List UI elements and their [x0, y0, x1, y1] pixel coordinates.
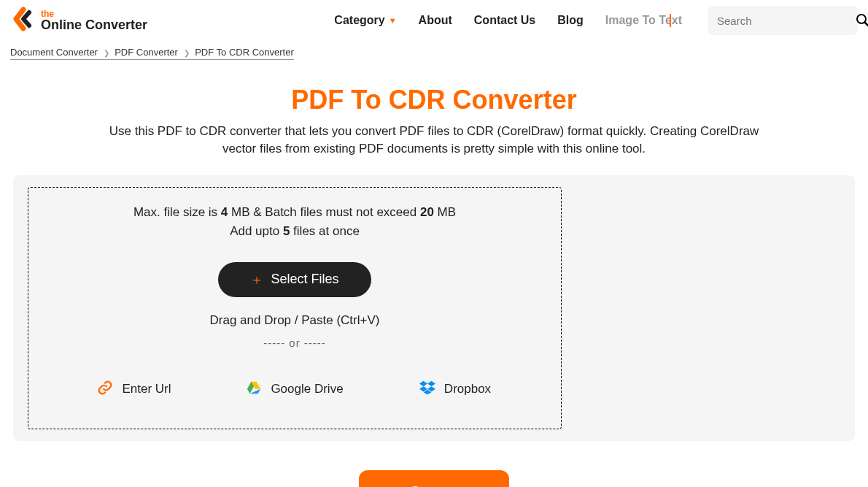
main: PDF To CDR Converter Use this PDF to CDR… [0, 61, 868, 487]
chevron-right-icon: ❯ [184, 49, 190, 57]
search-input[interactable] [717, 15, 856, 27]
select-files-label: Select Files [271, 272, 338, 287]
source-row: Enter Url Google Drive Dropbox [43, 368, 546, 411]
nav-image-to-text[interactable]: Image To Text [605, 14, 682, 27]
google-drive-button[interactable]: Google Drive [222, 368, 368, 411]
dropbox-button[interactable]: Dropbox [382, 368, 528, 411]
or-divider: ----- or ----- [43, 337, 546, 349]
page-description: Use this PDF to CDR converter that lets … [98, 123, 770, 158]
breadcrumb-current[interactable]: PDF To CDR Converter [195, 47, 294, 58]
enter-url-button[interactable]: Enter Url [61, 368, 207, 411]
file-limits-text: Max. file size is 4 MB & Batch files mus… [43, 205, 546, 220]
nav-about[interactable]: About [419, 14, 452, 27]
logo[interactable]: the Online Converter [10, 7, 147, 34]
enter-url-label: Enter Url [122, 382, 171, 396]
chevron-down-icon: ▼ [389, 16, 397, 25]
nav-blog[interactable]: Blog [557, 14, 584, 27]
convert-row: Convert [0, 470, 868, 487]
google-drive-label: Google Drive [271, 382, 343, 396]
nav-category-label: Category [334, 14, 384, 27]
svg-line-1 [865, 23, 868, 27]
link-icon [97, 380, 113, 399]
file-count-text: Add upto 5 files at once [43, 224, 546, 239]
logo-text-main: Online Converter [41, 18, 147, 31]
breadcrumb-doc-converter[interactable]: Document Converter [10, 47, 98, 58]
google-drive-icon [246, 380, 262, 399]
drag-drop-hint: Drag and Drop / Paste (Ctrl+V) [43, 313, 546, 328]
search-box[interactable] [708, 6, 858, 35]
nav: Category ▼ About Contact Us Blog Image T… [334, 14, 682, 27]
page-title: PDF To CDR Converter [0, 85, 868, 115]
select-files-button[interactable]: ＋ Select Files [218, 262, 371, 297]
dropbox-label: Dropbox [444, 382, 491, 396]
logo-icon [10, 7, 35, 34]
dropbox-icon [419, 380, 435, 399]
search-icon[interactable] [856, 13, 868, 28]
chevron-right-icon: ❯ [104, 49, 109, 57]
upload-card: Max. file size is 4 MB & Batch files mus… [13, 175, 855, 441]
nav-category[interactable]: Category ▼ [334, 14, 396, 27]
upload-dropzone[interactable]: Max. file size is 4 MB & Batch files mus… [28, 187, 562, 429]
breadcrumb-pdf-converter[interactable]: PDF Converter [115, 47, 178, 58]
convert-button[interactable]: Convert [359, 470, 510, 487]
header: the Online Converter Category ▼ About Co… [0, 0, 868, 41]
nav-contact[interactable]: Contact Us [474, 14, 535, 27]
breadcrumb: Document Converter ❯ PDF Converter ❯ PDF… [0, 41, 868, 61]
plus-icon: ＋ [250, 271, 263, 288]
